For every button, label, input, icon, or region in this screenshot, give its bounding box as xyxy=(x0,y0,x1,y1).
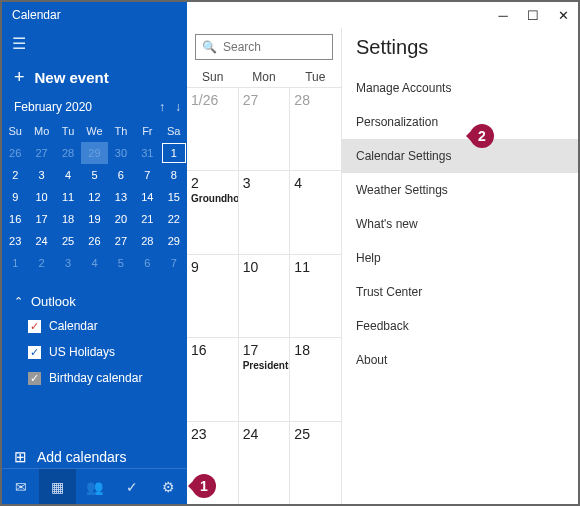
outlook-toggle[interactable]: ⌃ Outlook xyxy=(14,294,175,309)
month-label[interactable]: February 2020 xyxy=(14,100,159,114)
mini-cal-day[interactable]: 26 xyxy=(2,142,28,164)
day-number: 23 xyxy=(191,426,234,442)
system-buttons: ─ ☐ ✕ xyxy=(488,2,578,28)
mini-cal-day[interactable]: 28 xyxy=(55,142,81,164)
mini-cal-day[interactable]: 1 xyxy=(161,142,187,164)
mini-cal-day[interactable]: 8 xyxy=(161,164,187,186)
day-cell[interactable]: 18 xyxy=(290,338,341,420)
mini-cal-day[interactable]: 6 xyxy=(134,252,160,274)
mini-cal-day[interactable]: 2 xyxy=(28,252,54,274)
mini-cal-day[interactable]: 30 xyxy=(108,142,134,164)
mini-cal-day[interactable]: 18 xyxy=(55,208,81,230)
event-label[interactable]: Presidents' xyxy=(243,360,286,371)
settings-item-about[interactable]: About xyxy=(342,343,578,377)
day-cell[interactable]: 17Presidents' xyxy=(239,338,291,420)
mini-cal-day[interactable]: 25 xyxy=(55,230,81,252)
weekday-col: Tue xyxy=(290,66,341,87)
mini-cal-day[interactable]: 5 xyxy=(108,252,134,274)
new-event-label: New event xyxy=(35,69,109,86)
day-cell[interactable]: 28 xyxy=(290,88,341,170)
mini-cal-day[interactable]: 28 xyxy=(134,230,160,252)
day-number: 17 xyxy=(243,342,286,358)
mini-cal-day[interactable]: 17 xyxy=(28,208,54,230)
mini-cal-day[interactable]: 13 xyxy=(108,186,134,208)
mini-cal-day[interactable]: 21 xyxy=(134,208,160,230)
new-event-button[interactable]: + New event xyxy=(2,63,187,100)
day-number: 3 xyxy=(243,175,286,191)
day-cell[interactable]: 16 xyxy=(187,338,239,420)
mini-cal-day[interactable]: 26 xyxy=(81,230,107,252)
mini-cal-day[interactable]: 5 xyxy=(81,164,107,186)
mini-cal-day[interactable]: 4 xyxy=(81,252,107,274)
mini-cal-day[interactable]: 27 xyxy=(28,142,54,164)
calendar-icon[interactable]: ▦ xyxy=(39,469,76,504)
event-label[interactable]: Groundhog xyxy=(191,193,234,204)
day-cell[interactable]: 1/26 xyxy=(187,88,239,170)
maximize-button[interactable]: ☐ xyxy=(518,2,548,28)
mini-cal-day[interactable]: 7 xyxy=(134,164,160,186)
settings-item-what-s-new[interactable]: What's new xyxy=(342,207,578,241)
checkbox-icon[interactable]: ✓ xyxy=(28,346,41,359)
mini-cal-day[interactable]: 31 xyxy=(134,142,160,164)
mini-cal-day[interactable]: 3 xyxy=(55,252,81,274)
mini-cal-day[interactable]: 3 xyxy=(28,164,54,186)
day-cell[interactable]: 27 xyxy=(239,88,291,170)
day-cell[interactable]: 2Groundhog xyxy=(187,171,239,253)
mini-cal-day[interactable]: 19 xyxy=(81,208,107,230)
mini-cal-day[interactable]: 4 xyxy=(55,164,81,186)
mail-icon[interactable]: ✉ xyxy=(2,469,39,504)
calendar-grid-area: 🔍 SunMonTue 1/2627282Groundhog3491011161… xyxy=(187,28,342,504)
titlebar: Calendar ─ ☐ ✕ xyxy=(2,2,578,28)
day-cell[interactable]: 11 xyxy=(290,255,341,337)
settings-item-weather-settings[interactable]: Weather Settings xyxy=(342,173,578,207)
mini-cal-day[interactable]: 16 xyxy=(2,208,28,230)
weekday-label: Mo xyxy=(28,120,54,142)
day-cell[interactable]: 3 xyxy=(239,171,291,253)
mini-cal-day[interactable]: 23 xyxy=(2,230,28,252)
mini-cal-day[interactable]: 9 xyxy=(2,186,28,208)
mini-cal-day[interactable]: 27 xyxy=(108,230,134,252)
add-calendars-button[interactable]: ⊞ Add calendars xyxy=(2,438,187,468)
calendar-list-item[interactable]: ✓US Holidays xyxy=(28,345,175,359)
mini-cal-day[interactable]: 7 xyxy=(161,252,187,274)
mini-cal-day[interactable]: 29 xyxy=(81,142,107,164)
close-button[interactable]: ✕ xyxy=(548,2,578,28)
calendar-list-item[interactable]: ✓Birthday calendar xyxy=(28,371,175,385)
settings-item-calendar-settings[interactable]: Calendar Settings xyxy=(342,139,578,173)
people-icon[interactable]: 👥 xyxy=(76,469,113,504)
day-number: 25 xyxy=(294,426,337,442)
minimize-button[interactable]: ─ xyxy=(488,2,518,28)
mini-cal-day[interactable]: 24 xyxy=(28,230,54,252)
checkbox-icon[interactable]: ✓ xyxy=(28,320,41,333)
day-cell[interactable]: 9 xyxy=(187,255,239,337)
settings-item-manage-accounts[interactable]: Manage Accounts xyxy=(342,71,578,105)
main-area: 🔍 SunMonTue 1/2627282Groundhog3491011161… xyxy=(187,2,578,504)
mini-cal-day[interactable]: 15 xyxy=(161,186,187,208)
mini-cal-day[interactable]: 6 xyxy=(108,164,134,186)
day-number: 11 xyxy=(294,259,337,275)
settings-item-help[interactable]: Help xyxy=(342,241,578,275)
settings-item-trust-center[interactable]: Trust Center xyxy=(342,275,578,309)
mini-cal-day[interactable]: 22 xyxy=(161,208,187,230)
mini-cal-day[interactable]: 2 xyxy=(2,164,28,186)
day-cell[interactable]: 24 xyxy=(239,422,291,504)
day-cell[interactable]: 4 xyxy=(290,171,341,253)
weekday-label: Sa xyxy=(161,120,187,142)
hamburger-icon[interactable]: ☰ xyxy=(2,28,187,63)
mini-cal-day[interactable]: 29 xyxy=(161,230,187,252)
checkbox-icon[interactable]: ✓ xyxy=(28,372,41,385)
prev-month-icon[interactable]: ↑ xyxy=(159,100,165,114)
settings-item-feedback[interactable]: Feedback xyxy=(342,309,578,343)
mini-cal-day[interactable]: 11 xyxy=(55,186,81,208)
mini-cal-day[interactable]: 12 xyxy=(81,186,107,208)
calendar-list-item[interactable]: ✓Calendar xyxy=(28,319,175,333)
mini-cal-day[interactable]: 1 xyxy=(2,252,28,274)
mini-cal-day[interactable]: 14 xyxy=(134,186,160,208)
mini-cal-day[interactable]: 20 xyxy=(108,208,134,230)
search-box[interactable]: 🔍 xyxy=(195,34,333,60)
day-cell[interactable]: 10 xyxy=(239,255,291,337)
todo-icon[interactable]: ✓ xyxy=(113,469,150,504)
day-cell[interactable]: 25 xyxy=(290,422,341,504)
next-month-icon[interactable]: ↓ xyxy=(175,100,181,114)
mini-cal-day[interactable]: 10 xyxy=(28,186,54,208)
